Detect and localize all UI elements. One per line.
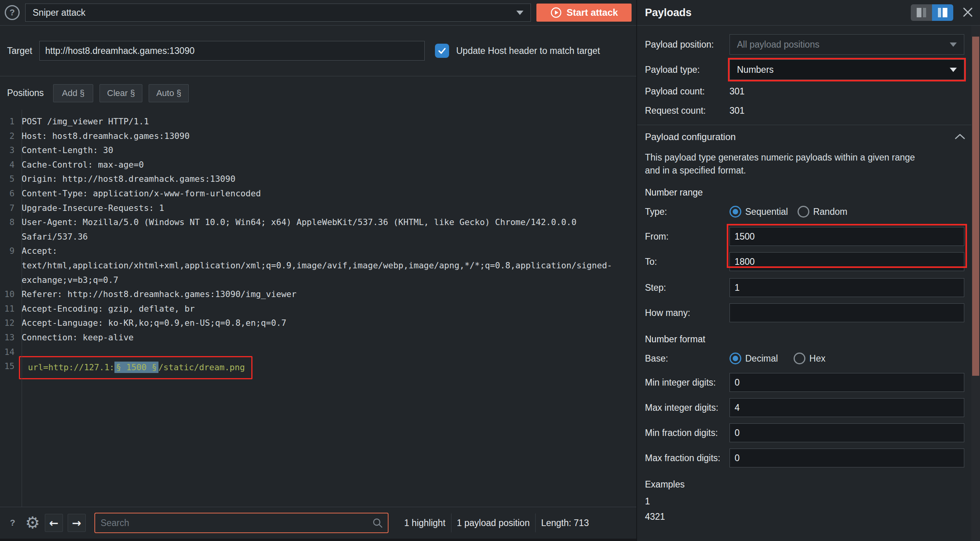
divider [451, 513, 451, 532]
line-number: 5 [0, 172, 18, 186]
line-number: 1 [0, 114, 18, 129]
add-marker-button[interactable]: Add § [53, 84, 93, 102]
to-input[interactable] [729, 252, 964, 271]
prev-match-button[interactable]: ← [45, 514, 63, 532]
panel-layout-toggle [911, 4, 953, 21]
close-icon[interactable] [960, 4, 976, 22]
payloads-header: Payloads [637, 0, 980, 25]
how-many-label: How many: [645, 308, 729, 318]
payload-count-label: Payload count: [645, 86, 729, 97]
line-number: 3 [0, 143, 18, 158]
payload-type-dropdown[interactable]: Numbers [729, 59, 964, 80]
request-line: 7Upgrade-Insecure-Requests: 1 [0, 201, 636, 216]
line-number: 6 [0, 186, 18, 201]
request-line: 9Accept: text/html,application/xhtml+xml… [0, 244, 636, 287]
clear-marker-button[interactable]: Clear § [99, 84, 142, 102]
columns-icon [917, 8, 921, 17]
base-label: Base: [645, 353, 729, 364]
line-number: 7 [0, 201, 18, 216]
request-line: 10Referer: http://host8.dreamhack.games:… [0, 287, 636, 302]
chevron-up-icon[interactable] [954, 132, 966, 142]
chevron-down-icon [516, 11, 523, 15]
radio-random[interactable]: Random [798, 206, 847, 218]
line-number: 12 [0, 316, 18, 331]
radio-icon [794, 353, 805, 364]
example-value: 1 [645, 495, 964, 508]
scrollbar[interactable] [971, 26, 980, 541]
step-input[interactable] [729, 278, 964, 297]
split-view-button[interactable] [911, 4, 932, 21]
request-line: 2Host: host8.dreamhack.games:13090 [0, 129, 636, 144]
positions-label: Positions [7, 88, 44, 98]
target-input[interactable] [39, 41, 425, 61]
max-integer-digits-row: Max integer digits: [645, 398, 964, 417]
request-line: 11Accept-Encoding: gzip, deflate, br [0, 302, 636, 316]
line-number: 9 [0, 244, 18, 258]
radio-hex[interactable]: Hex [794, 353, 825, 364]
request-editor[interactable]: 1POST /img_viewer HTTP/1.12Host: host8.d… [0, 110, 636, 507]
min-integer-digits-input[interactable] [729, 373, 964, 392]
radio-decimal[interactable]: Decimal [729, 353, 778, 364]
request-line-text: Accept-Language: ko-KR,ko;q=0.9,en-US;q=… [22, 316, 286, 331]
radio-icon [798, 206, 809, 218]
body-param-prefix: url=http://127.1: [28, 362, 114, 372]
payload-count-value: 301 [729, 86, 744, 97]
arrow-left-icon: ← [49, 517, 58, 530]
line-number: 10 [0, 287, 18, 302]
payload-position-dropdown: All payload positions [729, 34, 964, 55]
max-integer-digits-input[interactable] [729, 398, 964, 417]
payloads-panel: Payloads Payload position: [637, 0, 980, 541]
line-number: 4 [0, 158, 18, 172]
highlight-count: 1 highlight [404, 518, 446, 528]
step-row: Step: [645, 278, 964, 297]
next-match-button[interactable]: → [68, 514, 86, 532]
how-many-row: How many: [645, 303, 964, 322]
max-fraction-digits-input[interactable] [729, 449, 964, 467]
check-icon [437, 46, 447, 55]
request-line: 4Cache-Control: max-age=0 [0, 158, 636, 172]
payload-type-label: Payload type: [645, 65, 729, 75]
help-icon[interactable]: ? [5, 515, 20, 531]
payload-position-row: Payload position: All payload positions [645, 34, 964, 55]
side-panel-view-button[interactable] [932, 4, 953, 21]
target-row: Target Update Host header to match targe… [0, 26, 636, 76]
type-label: Type: [645, 207, 729, 217]
payload-position-label: Payload position: [645, 39, 729, 50]
example-value: 4321 [645, 510, 964, 524]
attack-config-panel: ? Sniper attack Start attack Target Upda… [0, 0, 636, 541]
update-host-checkbox[interactable] [435, 44, 449, 58]
payload-position-marker[interactable]: § 1500 § [114, 362, 158, 373]
start-attack-button[interactable]: Start attack [536, 4, 632, 22]
min-fraction-digits-input[interactable] [729, 423, 964, 442]
request-line-text: Origin: http://host8.dreamhack.games:130… [22, 172, 236, 186]
radio-sequential[interactable]: Sequential [729, 206, 788, 218]
min-integer-digits-row: Min integer digits: [645, 373, 964, 392]
request-line-text: User-Agent: Mozilla/5.0 (Windows NT 10.0… [22, 215, 614, 244]
auto-marker-button[interactable]: Auto § [149, 84, 189, 102]
min-fraction-digits-label: Min fraction digits: [645, 428, 729, 438]
request-count-value: 301 [729, 105, 744, 116]
to-label: To: [645, 257, 729, 267]
request-count-label: Request count: [645, 105, 729, 116]
line-number: 8 [0, 215, 18, 230]
gear-icon[interactable]: ⚙ [25, 515, 40, 531]
from-input[interactable] [729, 227, 964, 246]
arrow-right-icon: → [72, 517, 81, 530]
search-input[interactable] [94, 513, 389, 533]
window-edge [0, 539, 636, 541]
payload-position-count: 1 payload position [457, 518, 530, 528]
request-line-text: Referer: http://host8.dreamhack.games:13… [22, 287, 297, 302]
attack-topbar: ? Sniper attack Start attack [0, 0, 636, 25]
payload-configuration-header[interactable]: Payload configuration [637, 125, 971, 149]
help-icon[interactable]: ? [5, 5, 20, 20]
scrollbar-thumb[interactable] [972, 37, 979, 376]
chevron-down-icon [950, 42, 957, 47]
chevron-down-icon [950, 68, 957, 72]
number-range-heading: Number range [645, 187, 964, 198]
request-line-text: Content-Length: 30 [22, 143, 113, 158]
request-line-text: Cache-Control: max-age=0 [22, 158, 144, 172]
attack-type-dropdown[interactable]: Sniper attack [25, 4, 531, 22]
how-many-input[interactable] [729, 303, 964, 322]
target-label: Target [7, 46, 39, 56]
number-range-type-row: Type: Sequential Random [645, 206, 964, 218]
